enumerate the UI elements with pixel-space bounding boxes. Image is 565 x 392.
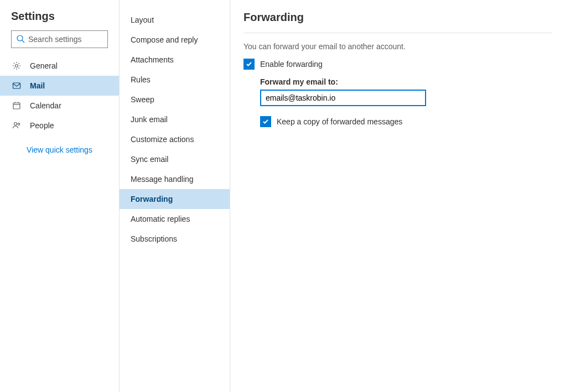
svg-rect-4 [13,103,20,109]
gear-icon [11,61,22,70]
nav-item-label: Calendar [30,101,61,110]
checkmark-icon [245,60,253,68]
view-quick-settings-link[interactable]: View quick settings [0,135,119,164]
people-icon [11,121,22,130]
subnav-item-sweep[interactable]: Sweep [120,90,230,109]
nav-item-people[interactable]: People [0,116,119,135]
subnav-label: Forwarding [131,195,173,203]
nav-item-mail[interactable]: Mail [0,76,119,96]
svg-point-9 [18,123,20,126]
svg-line-1 [22,40,24,43]
search-input[interactable] [28,35,103,44]
subnav-label: Message handling [131,175,194,184]
subnav-label: Rules [131,75,151,84]
subnav-item-rules[interactable]: Rules [120,70,230,90]
subnav-label: Subscriptions [131,234,177,243]
forward-to-input[interactable] [260,90,426,106]
mail-icon [11,81,22,90]
settings-sub-nav: Layout Compose and reply Attachments Rul… [120,0,230,392]
nav-item-label: Mail [30,81,45,90]
subnav-item-auto-replies[interactable]: Automatic replies [120,209,230,229]
keep-copy-label: Keep a copy of forwarded messages [277,117,402,126]
calendar-icon [11,101,22,110]
page-title: Forwarding [243,11,552,33]
keep-copy-checkbox[interactable] [260,116,271,127]
enable-forwarding-label: Enable forwarding [260,60,323,69]
svg-point-2 [15,65,18,67]
forward-to-label: Forward my email to: [260,77,552,86]
subnav-item-junk[interactable]: Junk email [120,109,230,129]
subnav-item-compose[interactable]: Compose and reply [120,30,230,50]
nav-item-general[interactable]: General [0,56,119,76]
nav-item-calendar[interactable]: Calendar [0,96,119,116]
svg-point-8 [14,123,17,126]
subnav-label: Compose and reply [131,35,198,44]
subnav-item-layout[interactable]: Layout [120,10,230,30]
divider [243,33,552,33]
subnav-item-sync[interactable]: Sync email [120,149,230,169]
page-description: You can forward your email to another ac… [243,42,552,51]
subnav-label: Customize actions [131,135,194,144]
subnav-label: Automatic replies [131,215,190,223]
subnav-label: Junk email [131,115,168,124]
subnav-item-message-handling[interactable]: Message handling [120,169,230,189]
enable-forwarding-checkbox[interactable] [243,59,255,70]
nav-item-label: People [30,121,54,130]
subnav-label: Sweep [131,95,154,104]
subnav-label: Sync email [131,155,168,164]
nav-item-label: General [30,61,58,70]
svg-rect-3 [13,83,20,88]
subnav-item-forwarding[interactable]: Forwarding [120,189,230,209]
settings-primary-nav: Settings General Mail [0,0,120,392]
svg-point-0 [17,35,23,41]
search-icon [16,34,28,45]
subnav-item-subscriptions[interactable]: Subscriptions [120,229,230,249]
search-box[interactable] [11,30,108,48]
subnav-item-customize[interactable]: Customize actions [120,129,230,149]
subnav-item-attachments[interactable]: Attachments [120,50,230,70]
settings-title: Settings [0,10,119,30]
subnav-label: Layout [131,15,154,24]
settings-content: Forwarding You can forward your email to… [230,0,565,392]
checkmark-icon [262,118,269,126]
subnav-label: Attachments [131,55,174,64]
